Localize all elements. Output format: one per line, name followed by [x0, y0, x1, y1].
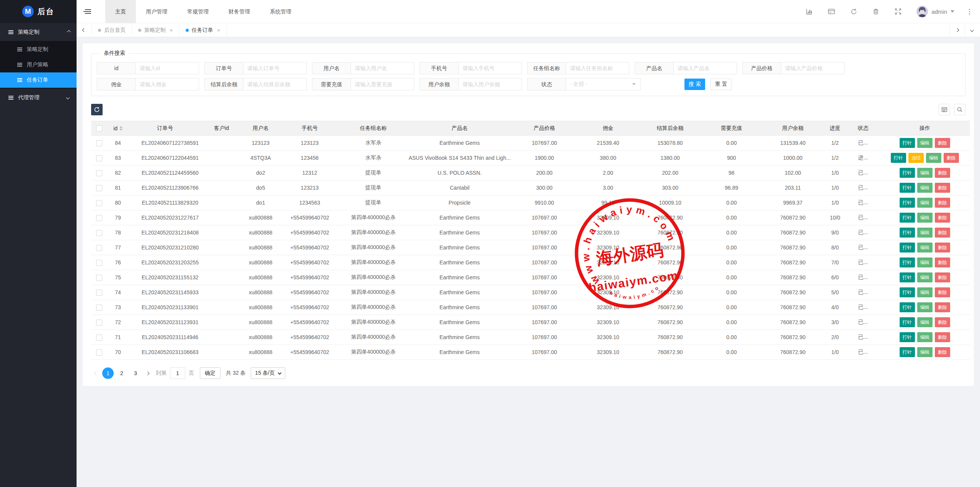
search-button[interactable]: 搜 索 [684, 79, 705, 90]
card-icon[interactable] [828, 8, 835, 15]
action-编辑-button[interactable]: 编辑 [917, 317, 933, 327]
action-删除-button[interactable]: 删除 [935, 183, 950, 193]
action-打针-button[interactable]: 打针 [900, 228, 915, 238]
next-page-button[interactable] [142, 367, 152, 379]
page-button-2[interactable]: 2 [116, 367, 127, 379]
prev-page-button[interactable] [91, 367, 101, 379]
action-编辑-button[interactable]: 编辑 [917, 302, 933, 312]
action-编辑-button[interactable]: 编辑 [917, 138, 933, 148]
tabs-scroll-left-button[interactable] [77, 23, 92, 37]
row-checkbox[interactable] [96, 200, 102, 206]
action-删除-button[interactable]: 删除 [935, 228, 950, 238]
tabs-menu-button[interactable] [965, 23, 980, 37]
action-删除-button[interactable]: 删除 [935, 213, 950, 223]
action-打针-button[interactable]: 打针 [900, 243, 915, 253]
status-select[interactable]: - 全部 - [566, 78, 641, 90]
topnav-item-5[interactable]: 系统管理 [260, 0, 301, 23]
action-编辑-button[interactable]: 编辑 [917, 198, 933, 208]
action-删除-button[interactable]: 删除 [935, 317, 950, 327]
action-打针-button[interactable]: 打针 [900, 272, 915, 282]
filter-input[interactable] [351, 78, 414, 90]
action-编辑-button[interactable]: 编辑 [917, 347, 933, 357]
sort-icon[interactable] [119, 126, 122, 131]
action-编辑-button[interactable]: 编辑 [917, 183, 933, 193]
trash-icon[interactable] [872, 8, 880, 15]
sidebar-item-任务订单[interactable]: 任务订单 [0, 72, 77, 88]
page-button-3[interactable]: 3 [130, 367, 141, 379]
filter-input[interactable] [458, 62, 522, 74]
filter-input[interactable] [566, 62, 629, 74]
action-编辑-button[interactable]: 编辑 [926, 153, 941, 163]
filter-input[interactable] [458, 78, 522, 90]
row-checkbox[interactable] [96, 320, 102, 326]
action-删除-button[interactable]: 删除 [935, 168, 950, 178]
page-size-select[interactable]: 15 条/页 [251, 367, 285, 379]
action-打针-button[interactable]: 打针 [900, 347, 915, 357]
page-jump-input[interactable] [170, 367, 185, 379]
action-删除-button[interactable]: 删除 [935, 257, 950, 267]
action-编辑-button[interactable]: 编辑 [917, 168, 933, 178]
row-checkbox[interactable] [96, 140, 102, 146]
action-删除-button[interactable]: 删除 [935, 302, 950, 312]
action-删除-button[interactable]: 删除 [935, 332, 950, 342]
action-编辑-button[interactable]: 编辑 [917, 332, 933, 342]
row-checkbox[interactable] [96, 349, 102, 356]
row-checkbox[interactable] [96, 335, 102, 341]
action-删除-button[interactable]: 删除 [935, 272, 950, 282]
row-checkbox[interactable] [96, 275, 102, 281]
action-编辑-button[interactable]: 编辑 [917, 272, 933, 282]
select-all-checkbox[interactable] [96, 125, 102, 131]
page-jump-confirm-button[interactable]: 确定 [200, 367, 220, 379]
action-冻结-button[interactable]: 冻结 [908, 153, 924, 163]
table-search-button[interactable] [954, 104, 965, 115]
tab-任务订单[interactable]: 任务订单× [180, 23, 227, 37]
logo[interactable]: M 后台 [0, 0, 77, 23]
table-refresh-button[interactable] [91, 104, 103, 115]
action-打针-button[interactable]: 打针 [900, 332, 915, 342]
row-checkbox[interactable] [96, 290, 102, 296]
filter-input[interactable] [673, 62, 737, 74]
filter-input[interactable] [243, 78, 307, 90]
sidebar-group-策略定制[interactable]: 策略定制 [0, 23, 77, 41]
page-button-1[interactable]: 1 [102, 367, 114, 379]
action-删除-button[interactable]: 删除 [935, 138, 950, 148]
action-删除-button[interactable]: 删除 [935, 347, 950, 357]
filter-input[interactable] [136, 62, 199, 74]
topnav-item-3[interactable]: 常规管理 [177, 0, 219, 23]
action-打针-button[interactable]: 打针 [900, 257, 915, 267]
filter-columns-button[interactable] [939, 104, 950, 115]
row-checkbox[interactable] [96, 215, 102, 221]
action-打针-button[interactable]: 打针 [900, 198, 915, 208]
bar-chart-icon[interactable] [805, 8, 813, 15]
topnav-item-2[interactable]: 用户管理 [136, 0, 177, 23]
action-打针-button[interactable]: 打针 [900, 287, 915, 297]
action-打针-button[interactable]: 打针 [900, 183, 915, 193]
topnav-item-4[interactable]: 财务管理 [219, 0, 260, 23]
filter-input[interactable] [351, 62, 414, 74]
action-删除-button[interactable]: 删除 [935, 198, 950, 208]
tab-后台首页[interactable]: 后台首页 [92, 23, 132, 37]
tabs-scroll-right-button[interactable] [949, 23, 965, 37]
action-打针-button[interactable]: 打针 [900, 317, 915, 327]
action-编辑-button[interactable]: 编辑 [917, 287, 933, 297]
row-checkbox[interactable] [96, 245, 102, 251]
close-icon[interactable]: × [170, 27, 173, 33]
action-编辑-button[interactable]: 编辑 [917, 243, 933, 253]
user-menu[interactable]: admin [916, 6, 954, 17]
refresh-icon[interactable] [850, 8, 858, 15]
filter-input[interactable] [781, 62, 844, 74]
close-icon[interactable]: × [217, 27, 220, 33]
filter-input[interactable] [243, 62, 307, 74]
action-打针-button[interactable]: 打针 [900, 302, 915, 312]
sidebar-item-策略定制[interactable]: 策略定制 [0, 42, 77, 57]
fullscreen-icon[interactable] [894, 8, 902, 15]
row-checkbox[interactable] [96, 185, 102, 191]
action-编辑-button[interactable]: 编辑 [917, 228, 933, 238]
action-删除-button[interactable]: 删除 [935, 287, 950, 297]
action-删除-button[interactable]: 删除 [935, 243, 950, 253]
action-删除-button[interactable]: 删除 [944, 153, 959, 163]
action-打针-button[interactable]: 打针 [900, 138, 915, 148]
row-checkbox[interactable] [96, 230, 102, 236]
action-打针-button[interactable]: 打针 [900, 168, 915, 178]
reset-button[interactable]: 重 置 [710, 79, 732, 90]
